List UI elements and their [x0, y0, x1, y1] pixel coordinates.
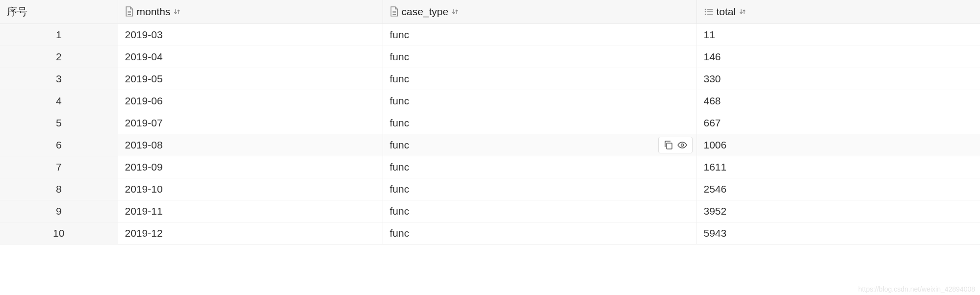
header-index-label: 序号 [7, 6, 27, 17]
row-total-cell: 2546 [696, 178, 980, 200]
row-index-cell: 6 [0, 134, 118, 156]
row-case-type-cell: func [383, 68, 696, 90]
row-case-type-cell: func [383, 112, 696, 134]
row-index-cell: 8 [0, 178, 118, 200]
row-index-cell: 10 [0, 222, 118, 245]
document-icon [125, 6, 134, 17]
row-total-cell: 5943 [696, 222, 980, 245]
row-case-type-cell: func [383, 222, 696, 245]
row-index-cell: 4 [0, 90, 118, 112]
row-months-cell: 2019-07 [118, 112, 383, 134]
row-total-cell: 146 [696, 46, 980, 68]
svg-point-13 [681, 144, 683, 147]
row-months-cell: 2019-10 [118, 178, 383, 200]
sort-icon[interactable] [452, 7, 459, 17]
header-case-type[interactable]: case_type [383, 0, 696, 24]
table-row[interactable]: 92019-11func3952 [0, 200, 980, 222]
row-months-cell: 2019-03 [118, 24, 383, 46]
row-months-cell: 2019-04 [118, 46, 383, 68]
eye-icon[interactable] [677, 140, 687, 150]
row-index-cell: 2 [0, 46, 118, 68]
row-months-cell: 2019-05 [118, 68, 383, 90]
header-total[interactable]: total [696, 0, 980, 24]
row-months-cell: 2019-06 [118, 90, 383, 112]
sort-icon[interactable] [174, 7, 181, 17]
document-icon [390, 6, 399, 17]
header-index[interactable]: 序号 [0, 0, 118, 24]
svg-rect-12 [667, 143, 672, 149]
row-total-cell: 1006 [696, 134, 980, 156]
table-row[interactable]: 72019-09func1611 [0, 156, 980, 178]
table-header-row: 序号 months [0, 0, 980, 24]
row-case-type-cell: func [383, 134, 696, 156]
header-total-label: total [717, 6, 736, 18]
header-months[interactable]: months [118, 0, 383, 24]
row-months-cell: 2019-08 [118, 134, 383, 156]
header-case-type-label: case_type [402, 6, 449, 18]
table-row[interactable]: 52019-07func667 [0, 112, 980, 134]
table-row[interactable]: 62019-08func 1006 [0, 134, 980, 156]
row-months-cell: 2019-12 [118, 222, 383, 245]
row-index-cell: 5 [0, 112, 118, 134]
row-case-type-cell: func [383, 90, 696, 112]
table-row[interactable]: 32019-05func330 [0, 68, 980, 90]
row-case-type-cell: func [383, 156, 696, 178]
list-icon [704, 7, 714, 17]
table-body: 12019-03func1122019-04func14632019-05fun… [0, 24, 980, 245]
table-row[interactable]: 42019-06func468 [0, 90, 980, 112]
row-total-cell: 667 [696, 112, 980, 134]
row-total-cell: 11 [696, 24, 980, 46]
svg-point-8 [705, 12, 705, 12]
row-case-type-cell: func [383, 24, 696, 46]
table-row[interactable]: 102019-12func5943 [0, 222, 980, 245]
row-case-type-cell: func [383, 46, 696, 68]
row-hover-actions [658, 137, 693, 153]
row-months-cell: 2019-09 [118, 156, 383, 178]
svg-point-6 [705, 9, 705, 10]
row-months-cell: 2019-11 [118, 200, 383, 222]
row-index-cell: 1 [0, 24, 118, 46]
row-total-cell: 468 [696, 90, 980, 112]
row-case-type-cell: func [383, 178, 696, 200]
row-index-cell: 9 [0, 200, 118, 222]
row-case-type-cell: func [383, 200, 696, 222]
row-index-cell: 3 [0, 68, 118, 90]
row-total-cell: 1611 [696, 156, 980, 178]
table-row[interactable]: 82019-10func2546 [0, 178, 980, 200]
copy-icon[interactable] [664, 140, 673, 150]
data-table: 序号 months [0, 0, 980, 245]
svg-point-10 [705, 14, 705, 15]
row-total-cell: 330 [696, 68, 980, 90]
row-total-cell: 3952 [696, 200, 980, 222]
sort-icon[interactable] [739, 7, 746, 17]
table-row[interactable]: 12019-03func11 [0, 24, 980, 46]
table-row[interactable]: 22019-04func146 [0, 46, 980, 68]
header-months-label: months [137, 6, 171, 18]
row-index-cell: 7 [0, 156, 118, 178]
